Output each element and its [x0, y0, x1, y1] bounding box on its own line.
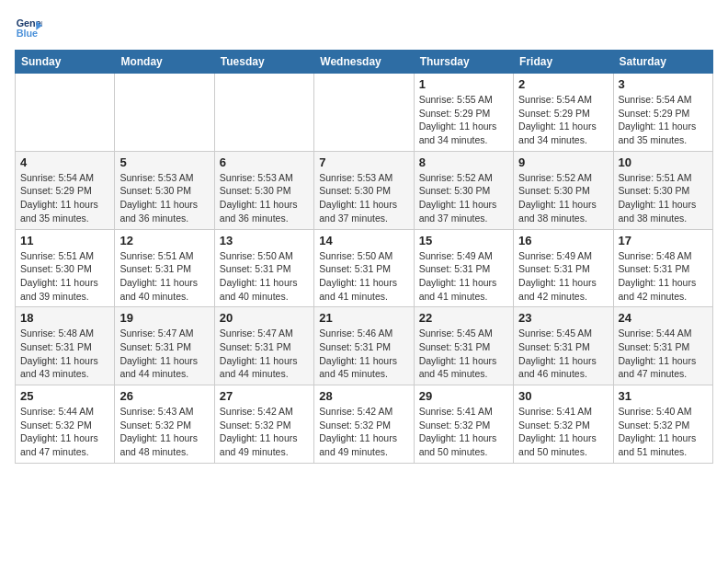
day-cell: 16Sunrise: 5:49 AM Sunset: 5:31 PM Dayli…: [514, 229, 613, 307]
day-cell: 7Sunrise: 5:53 AM Sunset: 5:30 PM Daylig…: [314, 151, 414, 229]
day-info: Sunrise: 5:52 AM Sunset: 5:30 PM Dayligh…: [518, 171, 608, 225]
day-cell: 19Sunrise: 5:47 AM Sunset: 5:31 PM Dayli…: [115, 307, 214, 385]
day-info: Sunrise: 5:49 AM Sunset: 5:31 PM Dayligh…: [518, 249, 608, 304]
day-number: 17: [619, 234, 708, 247]
week-row-2: 4Sunrise: 5:54 AM Sunset: 5:29 PM Daylig…: [16, 151, 713, 229]
day-number: 2: [518, 77, 608, 91]
day-number: 11: [20, 234, 109, 247]
day-number: 10: [619, 155, 708, 169]
week-row-5: 25Sunrise: 5:44 AM Sunset: 5:32 PM Dayli…: [16, 385, 713, 464]
day-info: Sunrise: 5:45 AM Sunset: 5:31 PM Dayligh…: [419, 327, 508, 381]
day-cell: 31Sunrise: 5:40 AM Sunset: 5:32 PM Dayli…: [613, 385, 712, 464]
day-number: 25: [20, 389, 109, 403]
day-info: Sunrise: 5:48 AM Sunset: 5:31 PM Dayligh…: [619, 249, 708, 304]
day-number: 14: [319, 234, 408, 247]
day-number: 29: [419, 389, 508, 403]
day-info: Sunrise: 5:47 AM Sunset: 5:31 PM Dayligh…: [119, 327, 209, 381]
day-number: 1: [419, 77, 508, 91]
day-info: Sunrise: 5:51 AM Sunset: 5:31 PM Dayligh…: [119, 249, 209, 304]
day-number: 3: [619, 77, 708, 91]
day-info: Sunrise: 5:52 AM Sunset: 5:30 PM Dayligh…: [419, 171, 508, 225]
day-number: 16: [518, 234, 608, 247]
day-info: Sunrise: 5:46 AM Sunset: 5:31 PM Dayligh…: [319, 327, 408, 381]
day-number: 26: [119, 389, 209, 403]
day-cell: 18Sunrise: 5:48 AM Sunset: 5:31 PM Dayli…: [16, 307, 115, 385]
day-info: Sunrise: 5:40 AM Sunset: 5:32 PM Dayligh…: [619, 405, 708, 459]
calendar-table: SundayMondayTuesdayWednesdayThursdayFrid…: [15, 50, 713, 464]
weekday-header-tuesday: Tuesday: [214, 51, 313, 74]
day-number: 15: [419, 234, 508, 247]
day-cell: 17Sunrise: 5:48 AM Sunset: 5:31 PM Dayli…: [613, 229, 712, 307]
day-cell: 6Sunrise: 5:53 AM Sunset: 5:30 PM Daylig…: [214, 151, 313, 229]
day-cell: 4Sunrise: 5:54 AM Sunset: 5:29 PM Daylig…: [16, 151, 115, 229]
day-info: Sunrise: 5:42 AM Sunset: 5:32 PM Dayligh…: [220, 405, 309, 459]
day-number: 27: [220, 389, 309, 403]
day-cell: [214, 74, 313, 152]
day-cell: 28Sunrise: 5:42 AM Sunset: 5:32 PM Dayli…: [314, 385, 414, 464]
day-number: 21: [319, 311, 408, 325]
day-info: Sunrise: 5:50 AM Sunset: 5:31 PM Dayligh…: [220, 249, 309, 304]
day-cell: 5Sunrise: 5:53 AM Sunset: 5:30 PM Daylig…: [115, 151, 214, 229]
day-number: 23: [518, 311, 608, 325]
day-info: Sunrise: 5:53 AM Sunset: 5:30 PM Dayligh…: [119, 171, 209, 225]
day-number: 4: [20, 155, 109, 169]
day-info: Sunrise: 5:50 AM Sunset: 5:31 PM Dayligh…: [319, 249, 408, 304]
day-info: Sunrise: 5:43 AM Sunset: 5:32 PM Dayligh…: [119, 405, 209, 459]
day-number: 28: [319, 389, 408, 403]
day-info: Sunrise: 5:44 AM Sunset: 5:32 PM Dayligh…: [20, 405, 109, 459]
day-cell: 27Sunrise: 5:42 AM Sunset: 5:32 PM Dayli…: [214, 385, 313, 464]
day-info: Sunrise: 5:55 AM Sunset: 5:29 PM Dayligh…: [419, 93, 508, 147]
weekday-header-row: SundayMondayTuesdayWednesdayThursdayFrid…: [16, 51, 713, 74]
day-cell: 24Sunrise: 5:44 AM Sunset: 5:31 PM Dayli…: [613, 307, 712, 385]
day-info: Sunrise: 5:45 AM Sunset: 5:31 PM Dayligh…: [518, 327, 608, 381]
day-cell: 23Sunrise: 5:45 AM Sunset: 5:31 PM Dayli…: [514, 307, 613, 385]
day-cell: 10Sunrise: 5:51 AM Sunset: 5:30 PM Dayli…: [613, 151, 712, 229]
day-info: Sunrise: 5:44 AM Sunset: 5:31 PM Dayligh…: [619, 327, 708, 381]
day-cell: [16, 74, 115, 152]
day-info: Sunrise: 5:54 AM Sunset: 5:29 PM Dayligh…: [619, 93, 708, 147]
day-info: Sunrise: 5:49 AM Sunset: 5:31 PM Dayligh…: [419, 249, 508, 304]
calendar-body: 1Sunrise: 5:55 AM Sunset: 5:29 PM Daylig…: [16, 74, 713, 464]
day-cell: 3Sunrise: 5:54 AM Sunset: 5:29 PM Daylig…: [613, 74, 712, 152]
day-cell: 9Sunrise: 5:52 AM Sunset: 5:30 PM Daylig…: [514, 151, 613, 229]
weekday-header-monday: Monday: [115, 51, 214, 74]
weekday-header-saturday: Saturday: [613, 51, 712, 74]
day-info: Sunrise: 5:54 AM Sunset: 5:29 PM Dayligh…: [20, 171, 109, 225]
day-number: 12: [119, 234, 209, 247]
day-info: Sunrise: 5:42 AM Sunset: 5:32 PM Dayligh…: [319, 405, 408, 459]
day-number: 13: [220, 234, 309, 247]
logo-icon: General Blue: [15, 15, 42, 42]
svg-text:Blue: Blue: [17, 28, 38, 39]
day-number: 18: [20, 311, 109, 325]
header: General Blue: [15, 15, 713, 42]
day-number: 24: [619, 311, 708, 325]
day-number: 8: [419, 155, 508, 169]
day-cell: 12Sunrise: 5:51 AM Sunset: 5:31 PM Dayli…: [115, 229, 214, 307]
weekday-header-thursday: Thursday: [414, 51, 513, 74]
day-info: Sunrise: 5:51 AM Sunset: 5:30 PM Dayligh…: [619, 171, 708, 225]
weekday-header-friday: Friday: [514, 51, 613, 74]
day-number: 22: [419, 311, 508, 325]
day-number: 19: [119, 311, 209, 325]
day-number: 9: [518, 155, 608, 169]
logo: General Blue: [15, 15, 46, 42]
week-row-3: 11Sunrise: 5:51 AM Sunset: 5:30 PM Dayli…: [16, 229, 713, 307]
day-info: Sunrise: 5:41 AM Sunset: 5:32 PM Dayligh…: [419, 405, 508, 459]
day-info: Sunrise: 5:41 AM Sunset: 5:32 PM Dayligh…: [518, 405, 608, 459]
day-cell: [115, 74, 214, 152]
day-cell: 14Sunrise: 5:50 AM Sunset: 5:31 PM Dayli…: [314, 229, 414, 307]
week-row-1: 1Sunrise: 5:55 AM Sunset: 5:29 PM Daylig…: [16, 74, 713, 152]
day-cell: 21Sunrise: 5:46 AM Sunset: 5:31 PM Dayli…: [314, 307, 414, 385]
day-info: Sunrise: 5:48 AM Sunset: 5:31 PM Dayligh…: [20, 327, 109, 381]
day-info: Sunrise: 5:53 AM Sunset: 5:30 PM Dayligh…: [319, 171, 408, 225]
calendar-header: SundayMondayTuesdayWednesdayThursdayFrid…: [16, 51, 713, 74]
day-info: Sunrise: 5:54 AM Sunset: 5:29 PM Dayligh…: [518, 93, 608, 147]
weekday-header-wednesday: Wednesday: [314, 51, 414, 74]
day-number: 30: [518, 389, 608, 403]
day-number: 31: [619, 389, 708, 403]
day-cell: 30Sunrise: 5:41 AM Sunset: 5:32 PM Dayli…: [514, 385, 613, 464]
day-cell: 20Sunrise: 5:47 AM Sunset: 5:31 PM Dayli…: [214, 307, 313, 385]
day-cell: 25Sunrise: 5:44 AM Sunset: 5:32 PM Dayli…: [16, 385, 115, 464]
day-number: 7: [319, 155, 408, 169]
day-cell: 2Sunrise: 5:54 AM Sunset: 5:29 PM Daylig…: [514, 74, 613, 152]
